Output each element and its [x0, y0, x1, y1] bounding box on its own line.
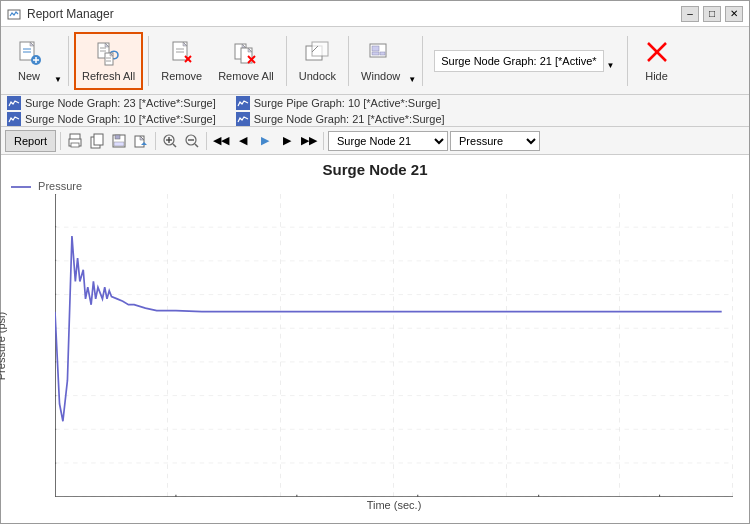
window-button[interactable]: Window: [354, 32, 407, 90]
graph-mini-icon-4: [236, 112, 250, 126]
title-bar-controls: – □ ✕: [681, 6, 743, 22]
refresh-all-icon: [95, 39, 123, 67]
pressure-selector[interactable]: Pressure: [450, 131, 540, 151]
hide-label: Hide: [645, 70, 668, 82]
remove-label: Remove: [161, 70, 202, 82]
title-bar: Report Manager – □ ✕: [1, 1, 749, 27]
main-toolbar: New ▼: [1, 27, 749, 95]
refresh-all-label: Refresh All: [82, 70, 135, 82]
hide-icon: [644, 39, 670, 67]
chart-title: Surge Node 21: [1, 161, 749, 178]
graph-mini-icon-1: [7, 96, 21, 110]
close-button[interactable]: ✕: [725, 6, 743, 22]
svg-rect-40: [71, 143, 79, 147]
svg-rect-34: [372, 52, 379, 55]
tb2-nav-last[interactable]: ▶▶: [299, 131, 319, 151]
t2-sep3: [206, 132, 207, 150]
sep4: [348, 36, 349, 86]
legend-line-pressure: [11, 186, 31, 188]
graph-selector: Surge Node Graph: 21 [*Active* ▼: [428, 32, 621, 90]
t2-sep4: [323, 132, 324, 150]
graph-mini-icon-2: [7, 112, 21, 126]
refresh-all-button[interactable]: Refresh All: [74, 32, 143, 90]
sep1: [68, 36, 69, 86]
tb2-nav-first[interactable]: ◀◀: [211, 131, 231, 151]
window-label: Window: [361, 70, 400, 82]
tb2-export-icon[interactable]: [131, 131, 151, 151]
graph-selector-value[interactable]: Surge Node Graph: 21 [*Active*: [434, 50, 603, 72]
hide-button[interactable]: Hide: [633, 32, 681, 90]
svg-line-50: [173, 144, 176, 147]
breadcrumb-item-1[interactable]: Surge Node Graph: 23 [*Active*:Surge]: [7, 96, 216, 110]
tb2-copy-icon[interactable]: [87, 131, 107, 151]
remove-all-icon: [232, 39, 260, 67]
tb2-nav-next[interactable]: ▶: [277, 131, 297, 151]
app-icon: [7, 7, 21, 21]
svg-rect-35: [380, 52, 385, 55]
sep2: [148, 36, 149, 86]
remove-all-button[interactable]: Remove All: [211, 32, 281, 90]
tb2-zoom-out-icon[interactable]: [182, 131, 202, 151]
legend-label-pressure: Pressure: [38, 180, 82, 192]
t2-sep2: [155, 132, 156, 150]
new-icon: [15, 39, 43, 67]
breadcrumb-item-4[interactable]: Surge Node Graph: 21 [*Active*:Surge]: [236, 112, 445, 126]
minimize-button[interactable]: –: [681, 6, 699, 22]
undock-icon: [303, 39, 331, 67]
sep5: [422, 36, 423, 86]
svg-rect-44: [115, 135, 120, 139]
undock-label: Undock: [299, 70, 336, 82]
window-dropdown-arrow[interactable]: ▼: [407, 32, 417, 90]
new-button[interactable]: New: [5, 32, 53, 90]
title-bar-left: Report Manager: [7, 7, 114, 21]
chart-svg: 0 20 40 60 80 100 120 140 160 180: [55, 194, 733, 497]
tb2-zoom-in-icon[interactable]: [160, 131, 180, 151]
window-title: Report Manager: [27, 7, 114, 21]
svg-rect-60: [55, 194, 733, 497]
chart-area: Surge Node 21 Pressure Pressure (psi): [1, 155, 749, 523]
undock-button[interactable]: Undock: [292, 32, 343, 90]
breadcrumb-bar: Surge Node Graph: 23 [*Active*:Surge] Su…: [1, 95, 749, 127]
breadcrumb-item-3[interactable]: Surge Pipe Graph: 10 [*Active*:Surge]: [236, 96, 445, 110]
graph-selector-top: Surge Node Graph: 21 [*Active* ▼: [434, 50, 615, 72]
remove-button[interactable]: Remove: [154, 32, 209, 90]
svg-rect-45: [114, 142, 124, 146]
sep3: [286, 36, 287, 86]
breadcrumb-col1: Surge Node Graph: 23 [*Active*:Surge] Su…: [7, 96, 216, 126]
main-window: Report Manager – □ ✕: [0, 0, 750, 524]
graph-selector-arrow[interactable]: ▼: [606, 50, 616, 72]
breadcrumb-item-2[interactable]: Surge Node Graph: 10 [*Active*:Surge]: [7, 112, 216, 126]
new-dropdown-arrow[interactable]: ▼: [53, 32, 63, 90]
svg-line-54: [195, 144, 198, 147]
breadcrumb-label-4: Surge Node Graph: 21 [*Active*:Surge]: [254, 113, 445, 125]
node-selector[interactable]: Surge Node 21: [328, 131, 448, 151]
maximize-button[interactable]: □: [703, 6, 721, 22]
report-button[interactable]: Report: [5, 130, 56, 152]
x-axis-label: Time (sec.): [55, 499, 733, 511]
tb2-save-icon[interactable]: [109, 131, 129, 151]
remove-icon: [168, 39, 196, 67]
new-label: New: [18, 70, 40, 82]
tb2-print-icon[interactable]: [65, 131, 85, 151]
secondary-toolbar: Report ◀◀ ◀ ▶ ▶ ▶▶ Surge Node 21: [1, 127, 749, 155]
window-icon: [367, 39, 395, 67]
sep6: [627, 36, 628, 86]
chart-legend: Pressure: [11, 180, 749, 192]
svg-rect-33: [372, 46, 379, 51]
graph-mini-icon-3: [236, 96, 250, 110]
breadcrumb-label-3: Surge Pipe Graph: 10 [*Active*:Surge]: [254, 97, 441, 109]
breadcrumb-col2: Surge Pipe Graph: 10 [*Active*:Surge] Su…: [236, 96, 445, 126]
svg-rect-42: [94, 134, 103, 145]
remove-all-label: Remove All: [218, 70, 274, 82]
tb2-nav-prev[interactable]: ◀: [233, 131, 253, 151]
y-axis-label: Pressure (psi): [0, 311, 7, 379]
tb2-nav-fwd[interactable]: ▶: [255, 131, 275, 151]
breadcrumb-label-2: Surge Node Graph: 10 [*Active*:Surge]: [25, 113, 216, 125]
t2-sep1: [60, 132, 61, 150]
breadcrumb-label-1: Surge Node Graph: 23 [*Active*:Surge]: [25, 97, 216, 109]
svg-rect-46: [135, 136, 144, 147]
